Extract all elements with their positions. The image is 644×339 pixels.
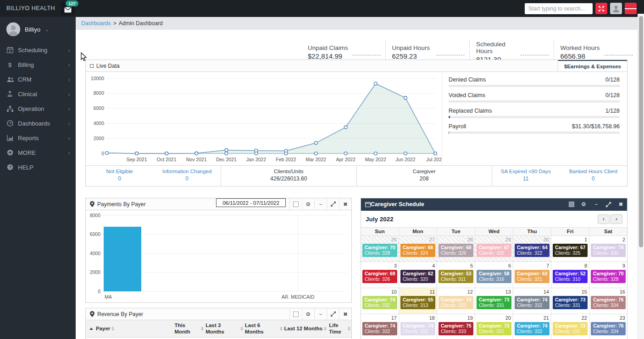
schedule-badge[interactable]: Caregiver: 63Clients: 321 bbox=[515, 270, 550, 283]
calendar-day-19[interactable]: 19Caregiver: 75Clients: 333 bbox=[437, 314, 475, 339]
schedule-badge[interactable]: Caregiver: 52Clients: 310 bbox=[553, 270, 588, 283]
schedule-badge[interactable]: Caregiver: 69Clients: 326 bbox=[362, 270, 397, 283]
notifications-button[interactable]: 127 bbox=[61, 2, 75, 15]
calendar-day-21[interactable]: 21Caregiver: 74Clients: 332 bbox=[513, 314, 551, 339]
collapse-button[interactable]: − bbox=[314, 308, 327, 320]
schedule-badge[interactable]: Caregiver: 76Clients: 334 bbox=[591, 296, 626, 309]
column-header-last-12-months[interactable]: Last 12 Months bbox=[283, 326, 328, 332]
footer-stat-sa-expired-90-days[interactable]: SA Expired <90 Days11 bbox=[492, 166, 560, 186]
footer-stat-banked-hours-client[interactable]: Banked Hours Client0 bbox=[560, 166, 627, 186]
schedule-badge[interactable]: Caregiver: 62Clients: 320 bbox=[400, 270, 435, 283]
schedule-badge[interactable]: Caregiver: 58Clients: 316 bbox=[477, 270, 511, 283]
calendar-day-29[interactable]: 29Caregiver: 67Clients: 325 bbox=[475, 236, 513, 262]
fullscreen-button[interactable] bbox=[595, 3, 607, 14]
calendar-day-10[interactable]: 10Caregiver: 74Clients: 332 bbox=[361, 288, 399, 314]
calendar-day-1[interactable]: 1Caregiver: 67Clients: 325 bbox=[551, 236, 589, 262]
widget-checkbox[interactable] bbox=[565, 198, 577, 210]
calendar-day-4[interactable]: 4Caregiver: 62Clients: 320 bbox=[399, 262, 437, 288]
user-avatar-button[interactable] bbox=[610, 3, 622, 14]
close-button[interactable]: ✖ bbox=[339, 308, 351, 320]
calendar-day-3[interactable]: 3Caregiver: 69Clients: 326 bbox=[361, 262, 399, 288]
schedule-badge[interactable]: Caregiver: 74Clients: 332 bbox=[591, 244, 626, 257]
widget-checkbox[interactable] bbox=[289, 198, 302, 210]
calendar-day-15[interactable]: 15Caregiver: 73Clients: 331 bbox=[551, 288, 589, 314]
collapse-button[interactable]: − bbox=[314, 198, 327, 210]
sidebar-item-billing[interactable]: $Billing‹ bbox=[0, 57, 76, 72]
settings-button[interactable]: ⚙ bbox=[577, 198, 590, 210]
schedule-badge[interactable]: Caregiver: 74Clients: 332 bbox=[515, 296, 550, 309]
calendar-day-23[interactable]: 23Caregiver: 76Clients: 334 bbox=[589, 314, 627, 339]
menu-button[interactable] bbox=[625, 3, 637, 14]
calendar-day-13[interactable]: 13Caregiver: 73Clients: 331 bbox=[475, 288, 513, 314]
settings-button[interactable]: ⚙ bbox=[302, 198, 314, 210]
column-header-payer[interactable]: Payer bbox=[95, 326, 173, 332]
calendar-day-17[interactable]: 17Caregiver: 74Clients: 332 bbox=[361, 314, 399, 339]
calendar-prev-button[interactable]: ‹ bbox=[598, 214, 610, 224]
schedule-badge[interactable]: Caregiver: 75Clients: 333 bbox=[439, 322, 473, 335]
calendar-day-9[interactable]: 9Caregiver: 70Clients: 328 bbox=[589, 262, 627, 288]
calendar-day-2[interactable]: 2Caregiver: 74Clients: 332 bbox=[589, 236, 627, 262]
schedule-badge[interactable]: Caregiver: 67Clients: 325 bbox=[553, 244, 588, 257]
calendar-next-button[interactable]: › bbox=[611, 214, 622, 224]
calendar-day-6[interactable]: 6Caregiver: 58Clients: 316 bbox=[475, 262, 513, 288]
expand-button[interactable] bbox=[327, 198, 339, 210]
column-header-this-month[interactable]: This Month bbox=[173, 323, 205, 334]
calendar-day-26[interactable]: 26Caregiver: 70Clients: 328 bbox=[361, 236, 399, 262]
sidebar-item-dashboards[interactable]: Dashboards‹ bbox=[0, 116, 76, 131]
schedule-badge[interactable]: Caregiver: 73Clients: 331 bbox=[477, 322, 511, 335]
column-header-life-time[interactable]: Life Time bbox=[328, 323, 351, 334]
calendar-day-16[interactable]: 16Caregiver: 76Clients: 334 bbox=[589, 288, 627, 314]
calendar-day-18[interactable]: 18Caregiver: 74Clients: 332 bbox=[399, 314, 437, 339]
schedule-badge[interactable]: Caregiver: 70Clients: 328 bbox=[362, 244, 397, 257]
calendar-day-12[interactable]: 12Caregiver: 74Clients: 332 bbox=[437, 288, 475, 314]
calendar-day-20[interactable]: 20Caregiver: 73Clients: 331 bbox=[475, 314, 513, 339]
calendar-day-11[interactable]: 11Caregiver: 55Clients: 313 bbox=[399, 288, 437, 314]
schedule-badge[interactable]: Caregiver: 74Clients: 332 bbox=[439, 296, 473, 309]
sidebar-item-clinical[interactable]: Clinical‹ bbox=[0, 87, 76, 101]
search-input[interactable] bbox=[525, 3, 593, 14]
tab-earnings-expenses[interactable]: $Earnings & Expenses bbox=[558, 60, 627, 71]
schedule-badge[interactable]: Caregiver: 74Clients: 332 bbox=[362, 322, 397, 335]
schedule-badge[interactable]: Caregiver: 74Clients: 332 bbox=[400, 322, 435, 335]
date-range-input[interactable] bbox=[216, 198, 286, 207]
schedule-badge[interactable]: Caregiver: 68Clients: 326 bbox=[439, 244, 473, 257]
widget-checkbox[interactable] bbox=[289, 308, 302, 320]
calendar-day-22[interactable]: 22Caregiver: 73Clients: 331 bbox=[551, 314, 589, 339]
scrollbar-thumb[interactable] bbox=[639, 16, 643, 247]
schedule-badge[interactable]: Caregiver: 70Clients: 328 bbox=[591, 270, 626, 283]
calendar-day-7[interactable]: 7Caregiver: 63Clients: 321 bbox=[513, 262, 551, 288]
sidebar-item-more[interactable]: MORE‹ bbox=[0, 145, 76, 160]
expand-button[interactable] bbox=[327, 308, 339, 320]
schedule-badge[interactable]: Caregiver: 55Clients: 313 bbox=[400, 296, 435, 309]
schedule-badge[interactable]: Caregiver: 64Clients: 322 bbox=[515, 244, 550, 257]
breadcrumb-link-dashboards[interactable]: Dashboards bbox=[81, 20, 111, 27]
footer-stat-not-eligible[interactable]: Not Eligible0 bbox=[86, 166, 153, 186]
schedule-badge[interactable]: Caregiver: 67Clients: 325 bbox=[477, 244, 511, 257]
sidebar-item-reports[interactable]: Reports‹ bbox=[0, 131, 76, 145]
schedule-badge[interactable]: Caregiver: 73Clients: 331 bbox=[477, 296, 511, 309]
close-button[interactable]: ✖ bbox=[339, 198, 351, 210]
calendar-day-14[interactable]: 14Caregiver: 74Clients: 332 bbox=[513, 288, 551, 314]
schedule-badge[interactable]: Caregiver: 66Clients: 324 bbox=[400, 244, 435, 257]
calendar-day-8[interactable]: 8Caregiver: 52Clients: 310 bbox=[551, 262, 589, 288]
settings-button[interactable]: ⚙ bbox=[302, 308, 314, 320]
calendar-day-28[interactable]: 28Caregiver: 68Clients: 326 bbox=[437, 236, 475, 262]
sidebar-item-scheduling[interactable]: Scheduling‹ bbox=[0, 43, 76, 57]
sidebar-item-help[interactable]: ?HELP bbox=[0, 160, 76, 175]
sidebar-item-crm[interactable]: CRM‹ bbox=[0, 72, 76, 87]
schedule-badge[interactable]: Caregiver: 53Clients: 311 bbox=[439, 270, 473, 283]
column-header-last-6-months[interactable]: Last 6 Months bbox=[244, 323, 283, 334]
column-header-last-3-months[interactable]: Last 3 Months bbox=[205, 323, 244, 334]
calendar-day-30[interactable]: 30Caregiver: 64Clients: 322 bbox=[513, 236, 551, 262]
close-button[interactable]: ✖ bbox=[615, 198, 627, 210]
schedule-badge[interactable]: Caregiver: 74Clients: 332 bbox=[515, 322, 550, 335]
expand-button[interactable] bbox=[602, 198, 615, 210]
footer-stat-information-changed[interactable]: Information Changed0 bbox=[153, 166, 221, 186]
schedule-badge[interactable]: Caregiver: 73Clients: 331 bbox=[553, 296, 588, 309]
schedule-badge[interactable]: Caregiver: 74Clients: 332 bbox=[362, 296, 397, 309]
collapse-button[interactable]: − bbox=[590, 198, 602, 210]
schedule-badge[interactable]: Caregiver: 76Clients: 334 bbox=[591, 322, 626, 335]
sidebar-item-operation[interactable]: Operation‹ bbox=[0, 101, 76, 116]
calendar-day-5[interactable]: 5Caregiver: 53Clients: 311 bbox=[437, 262, 475, 288]
schedule-badge[interactable]: Caregiver: 73Clients: 331 bbox=[553, 322, 588, 335]
